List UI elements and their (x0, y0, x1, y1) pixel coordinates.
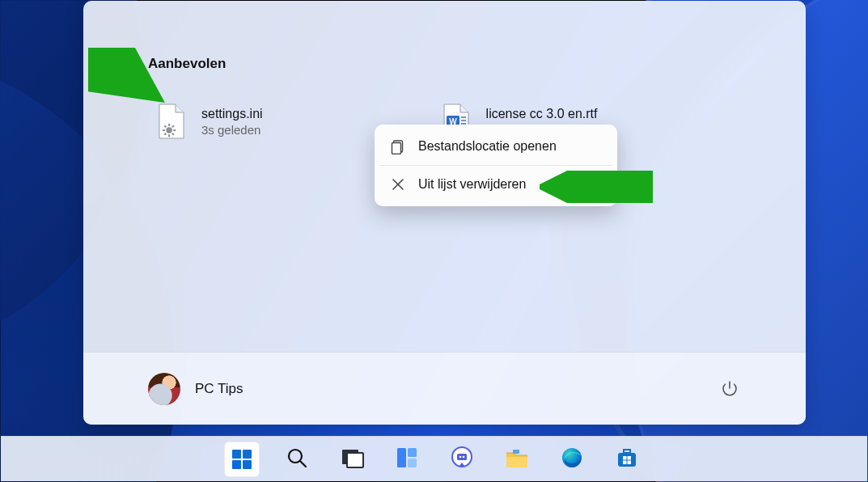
close-icon (389, 175, 407, 193)
svg-line-8 (164, 133, 166, 135)
context-menu-label: Uit lijst verwijderen (418, 177, 526, 192)
svg-rect-38 (618, 453, 636, 467)
open-location-icon (389, 137, 407, 155)
svg-rect-22 (232, 460, 241, 469)
search-icon (286, 446, 308, 472)
svg-rect-39 (623, 456, 627, 460)
svg-line-6 (172, 133, 174, 135)
file-explorer-button[interactable] (499, 442, 535, 477)
svg-point-34 (462, 455, 464, 458)
open-file-location-item[interactable]: Bestandslocatie openen (375, 128, 617, 165)
svg-rect-36 (513, 450, 519, 454)
svg-rect-42 (627, 460, 631, 464)
start-button[interactable] (224, 442, 260, 477)
svg-rect-35 (506, 457, 527, 467)
ini-file-icon (156, 103, 187, 140)
chat-button[interactable] (444, 442, 480, 477)
edge-icon (560, 446, 584, 473)
start-menu-panel: Aanbevolen (83, 1, 806, 425)
remove-from-list-item[interactable]: Uit lijst verwijderen (375, 166, 617, 203)
svg-line-25 (300, 461, 306, 467)
username-label: PC Tips (195, 381, 243, 397)
svg-point-33 (459, 455, 461, 458)
taskbar (1, 436, 867, 481)
context-menu-label: Bestandslocatie openen (418, 139, 557, 154)
svg-line-7 (172, 125, 174, 127)
svg-rect-28 (397, 448, 406, 467)
svg-rect-41 (623, 460, 627, 464)
power-button[interactable] (718, 378, 741, 400)
recommended-heading: Aanbevolen (148, 56, 741, 72)
context-menu: Bestandslocatie openen Uit lijst verwijd… (375, 125, 617, 206)
search-button[interactable] (279, 442, 315, 477)
folder-icon (504, 446, 530, 473)
recommended-item-name: settings.ini (201, 107, 263, 121)
task-view-button[interactable] (334, 442, 370, 477)
svg-rect-40 (627, 456, 631, 460)
recommended-item-name: license cc 3.0 en.rtf (486, 107, 598, 121)
svg-rect-20 (232, 450, 241, 459)
microsoft-store-button[interactable] (609, 442, 645, 477)
user-account-button[interactable]: PC Tips (148, 373, 243, 405)
svg-rect-27 (347, 453, 363, 467)
avatar (148, 373, 180, 405)
task-view-icon (340, 446, 364, 473)
svg-line-5 (164, 125, 166, 127)
recommended-item[interactable]: settings.ini 3s geleden (148, 98, 271, 145)
chat-icon (450, 446, 474, 473)
svg-rect-21 (243, 450, 252, 459)
desktop-background: Aanbevolen (0, 0, 868, 482)
store-icon (615, 446, 639, 473)
widgets-icon (395, 446, 419, 473)
start-footer: PC Tips (83, 352, 806, 425)
svg-rect-32 (457, 454, 467, 460)
svg-rect-30 (408, 459, 417, 467)
widgets-button[interactable] (389, 442, 425, 477)
svg-rect-29 (408, 448, 417, 457)
edge-button[interactable] (554, 442, 590, 477)
svg-point-0 (166, 127, 172, 133)
svg-rect-23 (243, 460, 252, 469)
svg-rect-15 (392, 143, 401, 154)
recommended-item-time: 3s geleden (201, 123, 263, 137)
